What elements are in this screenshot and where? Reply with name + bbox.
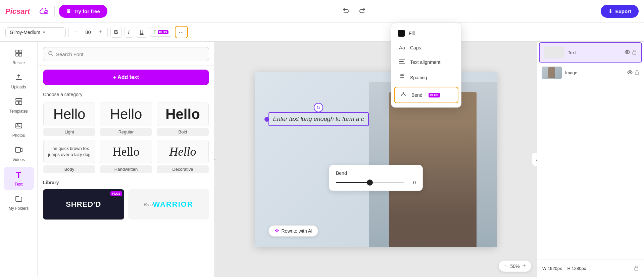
canvas-height-field: H 1280px	[567, 266, 586, 271]
dropdown-item-text-alignment[interactable]: Text alignment	[391, 54, 461, 70]
sidebar-item-text[interactable]: T Text	[4, 167, 34, 190]
font-selector[interactable]: Gilroy-Medium ▾	[5, 27, 66, 37]
svg-rect-13	[633, 52, 636, 54]
try-for-free-button[interactable]: ♛ Try for free	[59, 5, 107, 18]
font-cat-preview-bold: Hello	[157, 103, 209, 126]
layer-thumb-text-label: - - - - -	[546, 50, 563, 54]
bend-slider[interactable]	[336, 182, 404, 183]
font-size-increase-button[interactable]: +	[96, 27, 105, 37]
image-layer-visibility-button[interactable]	[627, 70, 633, 76]
library-item-1[interactable]: SHRED'D PLUS	[43, 189, 124, 220]
font-cat-preview-decorative: Hello	[157, 140, 209, 163]
chevron-down-icon: ▾	[43, 30, 45, 35]
font-cat-regular[interactable]: Hello Regular	[100, 103, 152, 136]
sidebar-item-templates[interactable]: Templates	[4, 94, 34, 117]
font-cat-label-bold: Bold	[157, 128, 209, 136]
font-search-wrap	[38, 42, 214, 66]
layer-thumb-image	[542, 67, 562, 79]
svg-point-14	[629, 72, 631, 73]
sidebar-item-videos[interactable]: Videos	[4, 143, 34, 165]
text-layer-visibility-button[interactable]	[625, 49, 630, 56]
font-search-box[interactable]	[43, 47, 209, 61]
library-item-2[interactable]: Be a WARRIOR	[128, 189, 209, 220]
add-text-label: + Add text	[113, 74, 139, 80]
topbar-divider-1	[34, 6, 34, 17]
topbar-divider-2	[54, 6, 55, 17]
sidebar-item-resize[interactable]: Resize	[4, 46, 34, 69]
ai-rewrite-label: Rewrite with AI	[282, 228, 313, 234]
font-cat-label-regular: Regular	[100, 128, 152, 136]
spacing-icon	[398, 74, 406, 81]
italic-button[interactable]: I	[125, 27, 133, 38]
panel-collapse-button[interactable]: ‹	[210, 153, 215, 166]
topbar-right: ⬇ Export	[601, 5, 639, 18]
bend-plus-badge: PLUS	[429, 93, 440, 97]
search-font-input[interactable]	[56, 51, 204, 57]
canvas-text-box[interactable]: ↻ Enter text long enough to form a c	[268, 112, 369, 126]
plus-badge: PLUS	[158, 30, 168, 34]
svg-point-9	[17, 125, 18, 126]
text-alignment-label: Text alignment	[410, 60, 440, 65]
text-layer-lock-button[interactable]	[632, 49, 637, 56]
caps-icon: Aa	[398, 45, 406, 50]
dropdown-item-spacing[interactable]: Spacing	[391, 70, 461, 85]
font-cat-preview-handwritten: Hello	[100, 140, 152, 163]
layer-thumb-text: - - - - -	[544, 46, 564, 58]
font-cat-light[interactable]: Hello Light	[43, 103, 96, 136]
bend-popup: Bend 0	[329, 165, 423, 191]
zoom-out-button[interactable]: −	[504, 263, 508, 270]
layer-item-image[interactable]: Image	[537, 63, 644, 82]
add-text-button[interactable]: + Add text	[43, 70, 209, 85]
templates-icon	[15, 97, 23, 108]
export-button[interactable]: ⬇ Export	[601, 5, 639, 18]
topbar: Picsart ♛ Try for free ⬇ Export	[0, 0, 644, 23]
bold-button[interactable]: B	[110, 27, 122, 38]
photos-icon	[15, 122, 23, 132]
sidebar-item-uploads[interactable]: Uploads	[4, 70, 34, 93]
my-folders-label: My Folders	[9, 206, 29, 211]
cloud-icon[interactable]	[38, 5, 50, 17]
dropdown-item-caps[interactable]: Aa Caps	[391, 41, 461, 54]
font-cat-body[interactable]: The quick brown fox jumps over a lazy do…	[43, 140, 96, 173]
zoom-in-button[interactable]: +	[522, 263, 526, 270]
svg-rect-6	[16, 101, 18, 105]
font-cat-bold[interactable]: Hello Bold	[156, 103, 209, 136]
ai-text-button[interactable]: T PLUS	[150, 28, 172, 37]
canvas-right-arrow[interactable]: ›	[532, 153, 537, 166]
library-text-1: SHRED'D	[66, 200, 101, 209]
drag-handle[interactable]	[264, 117, 269, 122]
more-options-button[interactable]: ···	[175, 26, 188, 38]
text-layer-actions	[625, 49, 637, 56]
bend-label: Bend	[411, 92, 423, 98]
font-cat-label-light: Light	[43, 128, 95, 136]
font-size-decrease-button[interactable]: −	[71, 27, 81, 37]
canvas-lock-button[interactable]	[634, 265, 639, 272]
svg-rect-3	[16, 53, 18, 56]
font-cat-decorative[interactable]: Hello Decorative	[156, 140, 209, 173]
ai-rewrite-chip[interactable]: Rewrite with AI	[268, 225, 318, 237]
dropdown-item-bend[interactable]: Bend PLUS	[394, 87, 458, 103]
search-icon	[48, 51, 53, 57]
undo-button[interactable]	[340, 5, 351, 18]
right-panel: - - - - - Text Image	[537, 42, 644, 277]
rotate-handle[interactable]: ↻	[314, 103, 323, 112]
spacing-label: Spacing	[410, 75, 427, 80]
sidebar-item-my-folders[interactable]: My Folders	[4, 191, 34, 214]
image-layer-lock-button[interactable]	[635, 70, 639, 76]
my-folders-icon	[15, 195, 23, 205]
layer-item-text[interactable]: - - - - - Text	[539, 42, 642, 63]
library-plus-badge-1: PLUS	[110, 191, 122, 196]
canvas-height-value: H 1280px	[567, 266, 586, 271]
text-icon: T	[16, 170, 21, 181]
dropdown-item-fill[interactable]: Fill	[391, 26, 461, 41]
svg-rect-4	[19, 53, 22, 56]
font-size-control: − 80 +	[71, 27, 105, 37]
canvas-text-content[interactable]: Enter text long enough to form a c	[273, 116, 364, 123]
font-cat-handwritten[interactable]: Hello Handwritten	[100, 140, 152, 173]
underline-button[interactable]: U	[136, 27, 147, 38]
text-label: Text	[15, 182, 23, 187]
redo-button[interactable]	[357, 5, 368, 18]
export-icon: ⬇	[608, 8, 612, 14]
font-size-value: 80	[83, 29, 93, 35]
sidebar-item-photos[interactable]: Photos	[4, 118, 34, 141]
